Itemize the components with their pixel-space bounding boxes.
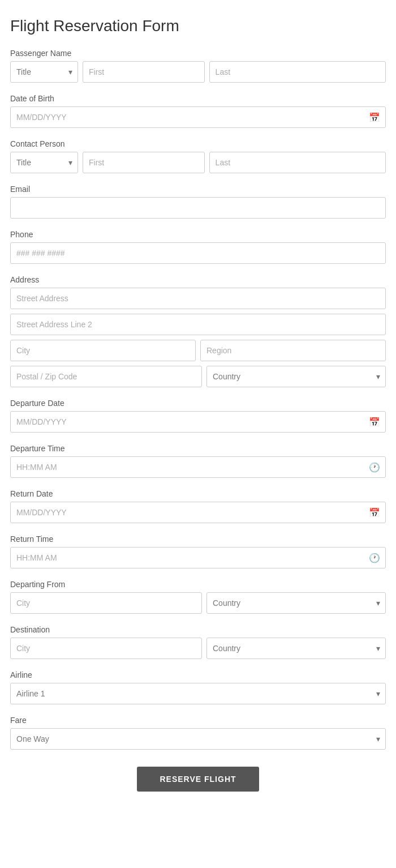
address-region-input[interactable]: [200, 340, 386, 361]
return-time-label: Return Time: [10, 535, 386, 544]
return-time-wrapper: 🕐: [10, 547, 386, 568]
address-city-input[interactable]: [10, 340, 196, 361]
contact-title-wrapper: Title Mr. Mrs. Ms. Dr.: [10, 152, 78, 173]
airline-label: Airline: [10, 670, 386, 679]
airline-select[interactable]: Airline 1 Airline 2 Airline 3 Airline 4 …: [10, 683, 386, 704]
dob-input[interactable]: [10, 106, 386, 128]
fare-label: Fare: [10, 716, 386, 725]
phone-label: Phone: [10, 230, 386, 239]
departure-time-label: Departure Time: [10, 444, 386, 453]
destination-country-select[interactable]: Country United States Canada United King…: [206, 638, 386, 659]
destination-country-wrapper: Country United States Canada United King…: [206, 638, 386, 659]
passenger-name-label: Passenger Name: [10, 49, 386, 58]
destination-section: Destination Country United States Canada…: [10, 625, 386, 659]
address-label: Address: [10, 275, 386, 284]
departing-country-wrapper: Country United States Canada United King…: [206, 592, 386, 614]
return-time-input[interactable]: [10, 547, 386, 568]
departure-date-wrapper: 📅: [10, 411, 386, 433]
destination-city-input[interactable]: [10, 638, 202, 659]
address-country-wrapper: Country United States Canada United King…: [206, 366, 386, 387]
phone-input[interactable]: [10, 242, 386, 264]
reserve-btn-container: RESERVE FLIGHT: [10, 767, 386, 792]
passenger-name-section: Passenger Name Title Mr. Mrs. Ms. Dr.: [10, 49, 386, 83]
airline-wrapper: Airline 1 Airline 2 Airline 3 Airline 4 …: [10, 683, 386, 704]
destination-label: Destination: [10, 625, 386, 634]
return-date-section: Return Date 📅: [10, 489, 386, 523]
fare-select[interactable]: One Way Round Trip Multi-City: [10, 728, 386, 750]
airline-section: Airline Airline 1 Airline 2 Airline 3 Ai…: [10, 670, 386, 704]
departure-time-wrapper: 🕐: [10, 456, 386, 478]
return-date-input[interactable]: [10, 502, 386, 523]
return-date-wrapper: 📅: [10, 502, 386, 523]
passenger-title-select[interactable]: Title Mr. Mrs. Ms. Dr.: [10, 61, 78, 83]
dob-label: Date of Birth: [10, 94, 386, 103]
return-time-section: Return Time 🕐: [10, 535, 386, 568]
passenger-title-wrapper: Title Mr. Mrs. Ms. Dr.: [10, 61, 78, 83]
email-section: Email: [10, 185, 386, 219]
email-label: Email: [10, 185, 386, 194]
departure-time-section: Departure Time 🕐: [10, 444, 386, 478]
street-address-2-input[interactable]: [10, 314, 386, 335]
reserve-flight-button[interactable]: RESERVE FLIGHT: [137, 767, 259, 792]
departing-from-label: Departing From: [10, 580, 386, 589]
contact-last-name[interactable]: [209, 152, 386, 173]
departure-date-input[interactable]: [10, 411, 386, 433]
address-postal-input[interactable]: [10, 366, 202, 387]
address-section: Address Country United States Canada Uni…: [10, 275, 386, 387]
fare-wrapper: One Way Round Trip Multi-City: [10, 728, 386, 750]
fare-section: Fare One Way Round Trip Multi-City: [10, 716, 386, 750]
address-country-select[interactable]: Country United States Canada United King…: [206, 366, 386, 387]
passenger-last-name[interactable]: [209, 61, 386, 83]
phone-section: Phone: [10, 230, 386, 264]
departing-city-input[interactable]: [10, 592, 202, 614]
street-address-input[interactable]: [10, 288, 386, 309]
dob-date-wrapper: 📅: [10, 106, 386, 128]
passenger-first-name[interactable]: [83, 61, 205, 83]
email-input[interactable]: [10, 197, 386, 219]
contact-first-name[interactable]: [83, 152, 205, 173]
page-title: Flight Reservation Form: [10, 17, 386, 35]
departure-date-section: Departure Date 📅: [10, 399, 386, 433]
contact-title-select[interactable]: Title Mr. Mrs. Ms. Dr.: [10, 152, 78, 173]
departing-from-section: Departing From Country United States Can…: [10, 580, 386, 614]
contact-person-label: Contact Person: [10, 139, 386, 148]
departure-date-label: Departure Date: [10, 399, 386, 408]
departure-time-input[interactable]: [10, 456, 386, 478]
dob-section: Date of Birth 📅: [10, 94, 386, 128]
contact-person-section: Contact Person Title Mr. Mrs. Ms. Dr.: [10, 139, 386, 173]
return-date-label: Return Date: [10, 489, 386, 498]
departing-country-select[interactable]: Country United States Canada United King…: [206, 592, 386, 614]
